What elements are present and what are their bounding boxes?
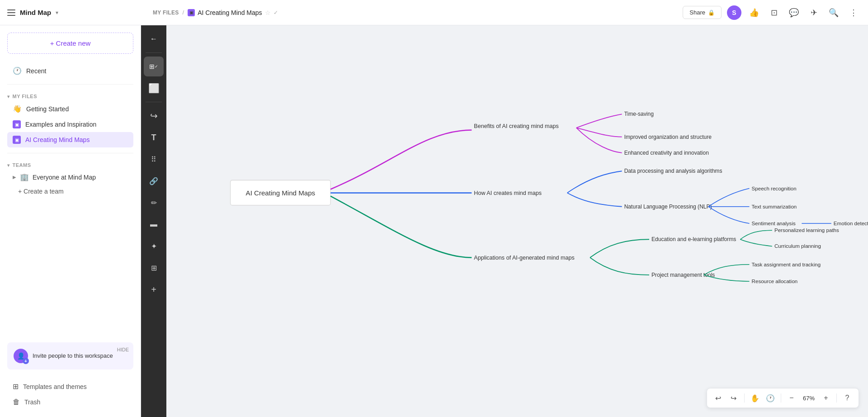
file-name: AI Creating Mind Maps	[198, 9, 262, 16]
sidebar-item-ai-mind-maps[interactable]: ▣ AI Creating Mind Maps	[7, 132, 133, 147]
table-tool-button[interactable]: ⊞	[144, 258, 164, 278]
sidebar-divider-1	[7, 84, 133, 85]
team-item-everyone[interactable]: ▶ 🏢 Everyone at Mind Map	[7, 170, 133, 185]
tool-panel: ← ⊞✓ ⬜ ↪ T ⠿ 🔗 ✏ ▬ ✦ ⊞ +	[141, 25, 166, 417]
invite-content: 👤 Invite people to this workspace	[14, 349, 127, 363]
team-icon: 🏢	[20, 173, 29, 181]
sidebar-item-recent[interactable]: 🕐 Recent	[7, 63, 133, 79]
bottom-toolbar: ↩ ↪ ✋ 🕐 − 67% + ?	[707, 388, 859, 408]
ai-mindmaps-icon: ▣	[13, 136, 21, 144]
nlp-label: Natural Language Processing (NLP)	[624, 204, 712, 210]
resource-alloc-label: Resource allocation	[752, 279, 798, 284]
toolbar-divider-1	[744, 393, 745, 403]
check-icon: ✓	[274, 9, 278, 16]
center-node-label: AI Creating Mind Maps	[246, 189, 316, 197]
benefits-label: Benefits of AI creating mind maps	[474, 123, 558, 129]
present-icon[interactable]: ⊡	[767, 5, 781, 20]
breadcrumb-file: ▣ AI Creating Mind Maps ☆ ✓	[188, 9, 278, 16]
invite-section: HIDE 👤 Invite people to this workspace	[7, 342, 133, 370]
sidebar: + Create new 🕐 Recent ▾ MY FILES 👋 Getti…	[0, 25, 141, 417]
teams-section: ▾ TEAMS ▶ 🏢 Everyone at Mind Map + Creat…	[0, 155, 141, 202]
getting-started-label: Getting Started	[26, 105, 69, 113]
zoom-level: 67%	[800, 395, 817, 402]
templates-icon: ⊞	[13, 382, 19, 391]
sidebar-spacer	[0, 202, 141, 337]
like-icon[interactable]: 👍	[747, 5, 761, 20]
workspace-chevron[interactable]: ▾	[56, 9, 58, 16]
header-actions: Share 🔒 S 👍 ⊡ 💬 ✈ 🔍 ⋮	[683, 5, 861, 20]
search-icon[interactable]: 🔍	[826, 5, 841, 20]
invite-hide-button[interactable]: HIDE	[117, 347, 129, 352]
help-button[interactable]: ?	[840, 391, 854, 405]
create-new-button[interactable]: + Create new	[7, 33, 133, 54]
tool-divider-0	[146, 52, 162, 53]
text-tool-button[interactable]: T	[144, 128, 164, 147]
create-team-button[interactable]: + Create a team	[7, 185, 133, 198]
zoom-out-button[interactable]: −	[785, 391, 798, 405]
data-processing-label: Data processing and analysis algorithms	[624, 168, 722, 174]
clock-icon: 🕐	[13, 66, 22, 75]
share-send-icon[interactable]: ✈	[807, 5, 821, 20]
my-files-section: ▾ MY FILES 👋 Getting Started ▣ Examples …	[0, 86, 141, 151]
sentiment-label: Sentiment analysis	[752, 221, 796, 226]
sidebar-item-templates[interactable]: ⊞ Templates and themes	[7, 379, 133, 394]
avatar[interactable]: S	[727, 5, 741, 20]
personalized-label: Personalized learning paths	[774, 227, 839, 233]
toolbar-divider-3	[836, 393, 837, 403]
teams-label: ▾ TEAMS	[7, 159, 133, 170]
hand-tool-button[interactable]: ✋	[748, 391, 762, 405]
breadcrumb: MY FILES / ▣ AI Creating Mind Maps ☆ ✓	[153, 9, 677, 16]
mindmap-svg: AI Creating Mind Maps Benefits of AI cre…	[166, 25, 868, 417]
wave-icon: 👋	[13, 104, 22, 113]
frame-tool-button[interactable]: ⬜	[144, 78, 164, 98]
add-tool-button[interactable]: +	[144, 280, 164, 299]
breadcrumb-my-files[interactable]: MY FILES	[153, 9, 179, 16]
undo-button[interactable]: ↩	[712, 391, 725, 405]
toolbar-divider-2	[781, 393, 781, 403]
trash-icon: 🗑	[13, 398, 20, 406]
history-button[interactable]: 🕐	[764, 391, 777, 405]
improved-org-label: Improved organization and structure	[624, 134, 712, 140]
examples-label: Examples and Inspiration	[25, 121, 96, 128]
enhanced-creativity-label: Enhanced creativity and innovation	[624, 150, 709, 156]
redo-button[interactable]: ↪	[727, 391, 741, 405]
redirect-tool-button[interactable]: ↪	[144, 106, 164, 126]
main-layout: + Create new 🕐 Recent ▾ MY FILES 👋 Getti…	[0, 25, 868, 417]
header-left: Mind Map ▾	[7, 9, 147, 16]
sidebar-item-getting-started[interactable]: 👋 Getting Started	[7, 101, 133, 117]
tool-divider-1	[146, 102, 162, 102]
invite-avatar: 👤	[14, 349, 28, 363]
back-button[interactable]: ←	[144, 29, 164, 49]
sidebar-divider-2	[7, 153, 133, 153]
share-label: Share	[689, 9, 705, 16]
grid-tool-button[interactable]: ⠿	[144, 149, 164, 169]
my-files-toggle[interactable]: ▾	[7, 94, 10, 99]
canvas-area[interactable]: AI Creating Mind Maps Benefits of AI cre…	[166, 25, 868, 417]
sparkle-tool-button[interactable]: ✦	[144, 236, 164, 256]
templates-label: Templates and themes	[23, 383, 87, 390]
select-tool-button[interactable]: ⊞✓	[144, 57, 164, 76]
link-tool-button[interactable]: 🔗	[144, 171, 164, 191]
examples-icon: ▣	[13, 120, 21, 128]
menu-icon[interactable]	[7, 9, 15, 16]
ai-mind-maps-label: AI Creating Mind Maps	[25, 136, 90, 143]
workspace-name[interactable]: Mind Map	[20, 9, 51, 16]
sidebar-item-trash[interactable]: 🗑 Trash	[7, 394, 133, 410]
clip-tool-button[interactable]: ▬	[144, 214, 164, 234]
curriculum-label: Curriculum planning	[774, 243, 821, 249]
teams-toggle[interactable]: ▾	[7, 163, 10, 168]
sidebar-recent-section: 🕐 Recent	[0, 61, 141, 82]
pen-tool-button[interactable]: ✏	[144, 193, 164, 213]
project-mgmt-label: Project management tools	[651, 272, 715, 278]
education-label: Education and e-learning platforms	[651, 236, 736, 242]
sidebar-top: + Create new	[0, 25, 141, 61]
create-team-label: + Create a team	[18, 188, 64, 195]
zoom-in-button[interactable]: +	[819, 391, 833, 405]
comment-icon[interactable]: 💬	[787, 5, 801, 20]
share-button[interactable]: Share 🔒	[683, 6, 722, 19]
more-icon[interactable]: ⋮	[846, 5, 861, 20]
header: Mind Map ▾ MY FILES / ▣ AI Creating Mind…	[0, 0, 868, 25]
sidebar-item-examples[interactable]: ▣ Examples and Inspiration	[7, 117, 133, 132]
time-saving-label: Time-saving	[624, 111, 654, 117]
star-icon[interactable]: ☆	[265, 9, 271, 16]
